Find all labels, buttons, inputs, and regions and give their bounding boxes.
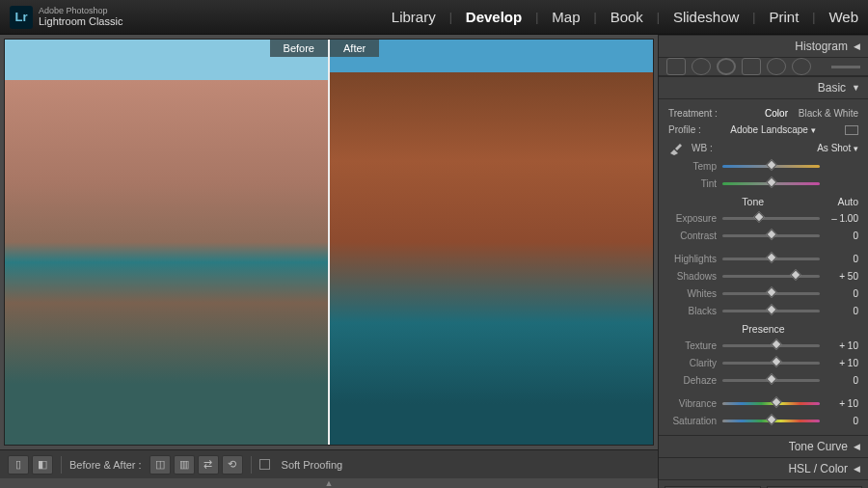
clarity-value: + 10 bbox=[826, 358, 858, 368]
dehaze-label: Dehaze bbox=[668, 375, 717, 386]
after-label: After bbox=[330, 40, 379, 57]
shadows-value: + 50 bbox=[826, 271, 858, 282]
right-panel: Histogram◀ Basic▼ Treatment : Color bbox=[658, 35, 868, 488]
module-map[interactable]: Map bbox=[552, 9, 580, 25]
brand-superscript: Adobe Photoshop bbox=[39, 7, 122, 16]
whites-value: 0 bbox=[826, 288, 858, 299]
module-print[interactable]: Print bbox=[769, 9, 799, 25]
vibrance-slider[interactable] bbox=[722, 398, 820, 408]
highlights-label: Highlights bbox=[668, 254, 717, 264]
whites-slider[interactable] bbox=[722, 288, 820, 298]
blacks-slider[interactable] bbox=[722, 306, 820, 315]
contrast-slider[interactable] bbox=[722, 230, 820, 240]
logo-icon: Lr bbox=[10, 6, 33, 29]
ba-layout-1-icon[interactable]: ◫ bbox=[149, 455, 171, 474]
blacks-value: 0 bbox=[826, 306, 858, 316]
wb-select[interactable]: As Shot ▾ bbox=[817, 143, 858, 153]
basic-panel: Treatment : Color Black & White Profile … bbox=[659, 98, 868, 435]
crop-tool-icon[interactable] bbox=[666, 58, 686, 75]
exposure-label: Exposure bbox=[668, 213, 717, 224]
ba-swap-icon[interactable]: ⇄ bbox=[198, 455, 219, 474]
saturation-value: 0 bbox=[826, 416, 858, 426]
brush-tool-icon[interactable] bbox=[792, 58, 811, 75]
temp-slider[interactable] bbox=[722, 161, 820, 171]
saturation-label: Saturation bbox=[668, 416, 717, 426]
loupe-view-icon[interactable]: ▯ bbox=[8, 455, 29, 474]
treatment-label: Treatment : bbox=[668, 108, 718, 119]
auto-tone-button[interactable]: Auto bbox=[837, 196, 858, 207]
title-bar: Lr Adobe Photoshop Lightroom Classic Lib… bbox=[0, 0, 868, 35]
tint-slider[interactable] bbox=[722, 178, 820, 188]
module-web[interactable]: Web bbox=[828, 9, 858, 25]
dehaze-value: 0 bbox=[826, 375, 858, 386]
profile-label: Profile : bbox=[668, 124, 701, 135]
before-image: Before bbox=[5, 40, 328, 445]
highlights-slider[interactable] bbox=[722, 254, 820, 263]
compare-canvas[interactable]: Before After bbox=[4, 39, 654, 446]
vibrance-value: + 10 bbox=[826, 398, 858, 409]
dehaze-slider[interactable] bbox=[722, 375, 820, 385]
before-after-label: Before & After : bbox=[69, 459, 142, 471]
gradient-tool-icon[interactable] bbox=[742, 58, 761, 75]
texture-label: Texture bbox=[668, 340, 717, 351]
histogram-header[interactable]: Histogram◀ bbox=[659, 35, 868, 57]
image-viewer: Before After ▯ ◧ Before & After : ◫ ▥ ⇄ bbox=[0, 35, 658, 488]
contrast-value: 0 bbox=[826, 230, 858, 241]
compare-view-icon[interactable]: ◧ bbox=[32, 455, 53, 474]
module-slideshow[interactable]: Slideshow bbox=[673, 9, 739, 25]
module-picker: Library|Develop|Map|Book|Slideshow|Print… bbox=[392, 9, 858, 25]
brand-name: Lightroom Classic bbox=[39, 15, 122, 27]
wb-label: WB : bbox=[692, 143, 713, 153]
spot-tool-icon[interactable] bbox=[692, 58, 711, 75]
saturation-slider[interactable] bbox=[722, 416, 820, 425]
mask-amount-slider[interactable] bbox=[831, 66, 860, 68]
whites-label: Whites bbox=[668, 288, 717, 299]
module-library[interactable]: Library bbox=[392, 9, 436, 25]
tone-heading: Tone bbox=[742, 196, 764, 207]
blacks-label: Blacks bbox=[668, 306, 717, 316]
soft-proofing-checkbox[interactable] bbox=[259, 459, 270, 470]
vibrance-label: Vibrance bbox=[668, 398, 717, 409]
texture-slider[interactable] bbox=[722, 340, 820, 350]
basic-header[interactable]: Basic▼ bbox=[659, 76, 868, 98]
profile-select[interactable]: Adobe Landscape ▾ bbox=[730, 124, 815, 135]
redeye-tool-icon[interactable] bbox=[717, 58, 736, 75]
app-logo: Lr Adobe Photoshop Lightroom Classic bbox=[10, 6, 122, 29]
clarity-label: Clarity bbox=[668, 358, 717, 368]
module-develop[interactable]: Develop bbox=[466, 9, 522, 25]
radial-tool-icon[interactable] bbox=[767, 58, 786, 75]
hsl-header[interactable]: HSL / Color◀ bbox=[659, 457, 868, 479]
highlights-value: 0 bbox=[826, 254, 858, 264]
before-label: Before bbox=[270, 40, 328, 57]
tool-strip bbox=[659, 57, 868, 76]
eyedropper-icon[interactable] bbox=[668, 140, 684, 155]
after-image: After bbox=[330, 40, 653, 445]
ba-copy-icon[interactable]: ⟲ bbox=[222, 455, 243, 474]
contrast-label: Contrast bbox=[668, 230, 717, 241]
texture-value: + 10 bbox=[826, 340, 858, 351]
module-book[interactable]: Book bbox=[610, 9, 643, 25]
clarity-slider[interactable] bbox=[722, 358, 820, 367]
shadows-label: Shadows bbox=[668, 271, 717, 282]
temp-label: Temp bbox=[668, 161, 717, 172]
treatment-color[interactable]: Color bbox=[765, 108, 788, 119]
filmstrip-toggle[interactable]: ▲ bbox=[0, 478, 658, 488]
profile-browser-icon[interactable] bbox=[845, 125, 858, 135]
treatment-bw[interactable]: Black & White bbox=[799, 108, 858, 119]
soft-proofing-label: Soft Proofing bbox=[282, 459, 343, 471]
tonecurve-header[interactable]: Tone Curve◀ bbox=[659, 435, 868, 457]
presence-heading: Presence bbox=[742, 323, 784, 335]
shadows-slider[interactable] bbox=[722, 271, 820, 281]
ba-layout-2-icon[interactable]: ▥ bbox=[174, 455, 195, 474]
exposure-slider[interactable] bbox=[722, 213, 820, 223]
viewer-toolbar: ▯ ◧ Before & After : ◫ ▥ ⇄ ⟲ Soft Proofi… bbox=[0, 449, 658, 478]
tint-label: Tint bbox=[668, 178, 717, 189]
exposure-value: – 1.00 bbox=[826, 213, 858, 224]
